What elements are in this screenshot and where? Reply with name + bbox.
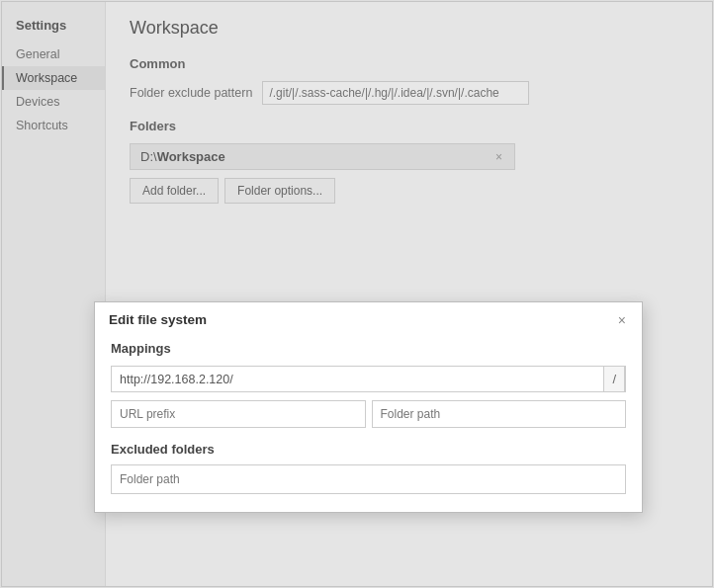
mappings-section-title: Mappings [111, 341, 626, 356]
dialog-body: Mappings / Excluded folders [95, 335, 642, 512]
dialog-close-button[interactable]: × [616, 313, 628, 327]
excluded-section-title: Excluded folders [111, 442, 626, 457]
url-prefix-input[interactable] [111, 400, 366, 428]
dialog-header: Edit file system × [95, 302, 642, 335]
mapping-separator: / [603, 367, 625, 391]
mapping-inputs-row [111, 400, 626, 428]
mapping-row: / [111, 366, 626, 392]
excluded-folder-path-input[interactable] [111, 464, 626, 494]
dialog-title: Edit file system [109, 312, 207, 327]
mapping-url-input[interactable] [112, 368, 603, 391]
edit-file-system-dialog: Edit file system × Mappings / Excluded f… [94, 301, 643, 513]
folder-path-input[interactable] [372, 400, 627, 428]
